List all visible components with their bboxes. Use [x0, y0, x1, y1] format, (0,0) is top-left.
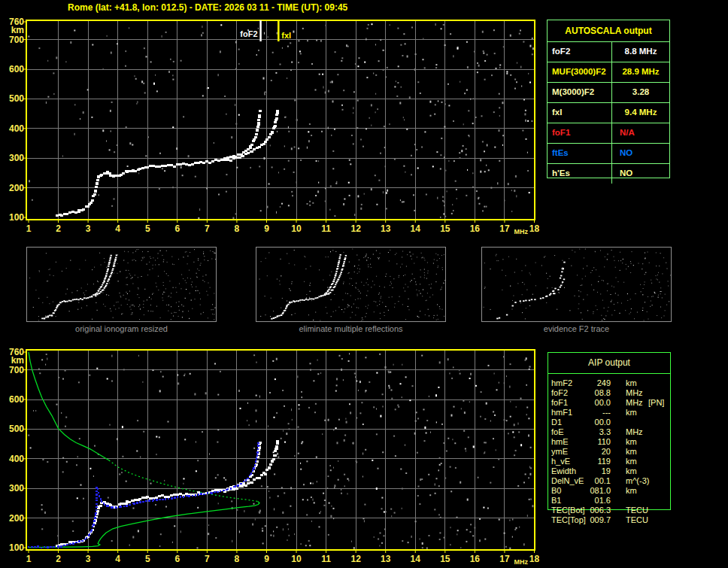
autoscala-row-fxi: fxI9.4 MHz	[548, 102, 669, 123]
parameter-unit: MHz	[626, 388, 643, 398]
svg-text:14: 14	[411, 223, 421, 234]
svg-text:400: 400	[9, 454, 24, 464]
plot-grid	[26, 350, 535, 550]
aip-row-fof2: foF208.8MHz	[548, 388, 671, 398]
parameter-name: B0	[551, 486, 561, 496]
svg-text:fxI: fxI	[281, 31, 291, 40]
parameter-label: M(3000)F2	[548, 83, 611, 102]
aip-table-title: AIP output	[548, 353, 670, 374]
parameter-value: 006.3	[566, 506, 611, 515]
svg-text:300: 300	[9, 153, 24, 163]
noise-layer	[28, 23, 534, 219]
parameter-value: 3.28	[611, 83, 669, 102]
parameter-unit: TECU	[626, 506, 648, 515]
parameter-unit: km	[626, 466, 637, 476]
svg-text:km: km	[11, 25, 24, 35]
svg-text:6: 6	[174, 554, 180, 564]
thumbnail-caption-no-reflections: eliminate multiple reflections	[256, 324, 446, 333]
autoscala-row-ftes: ftEsNO	[548, 143, 669, 163]
svg-text:200: 200	[9, 183, 24, 193]
parameter-value: 08.8	[566, 388, 611, 398]
parameter-note: [PN]	[648, 398, 664, 408]
parameter-label: foF2	[548, 42, 611, 62]
parameter-value: 20	[566, 447, 611, 457]
svg-text:5: 5	[145, 554, 150, 564]
ionogram-plot-bottom: 123456789101112131415161718MHz7607006005…	[0, 331, 545, 568]
svg-text:12: 12	[350, 554, 361, 564]
ionogram-trace	[56, 440, 280, 547]
parameter-value: 19	[566, 466, 611, 476]
autoscala-row-m3000f2: M(3000)F23.28	[548, 82, 669, 102]
svg-text:13: 13	[381, 554, 391, 564]
svg-text:7: 7	[205, 554, 210, 564]
svg-text:MHz: MHz	[514, 558, 528, 566]
thumbnail-no-reflections-image	[256, 247, 446, 322]
parameter-value: NO	[611, 144, 669, 163]
ionogram-plot-top: 123456789101112131415161718MHz7607006005…	[0, 0, 545, 242]
autoscala-row-fof2: foF28.8 MHz	[548, 42, 669, 62]
parameter-value: 9.4 MHz	[611, 103, 669, 123]
parameter-label: ftEs	[548, 144, 611, 163]
parameter-value: 8.8 MHz	[611, 42, 669, 62]
thumbnail-no-reflections	[256, 247, 446, 322]
parameter-value: 01.6	[566, 496, 611, 506]
plot-border	[26, 350, 535, 550]
aip-row-hme: hmE110km	[548, 437, 671, 447]
svg-text:18: 18	[529, 554, 540, 564]
svg-text:4: 4	[115, 223, 120, 234]
parameter-value: 00.0	[566, 418, 611, 427]
autoscala-table-rows: foF28.8 MHzMUF(3000)F228.9 MHzM(3000)F23…	[548, 42, 669, 184]
parameter-unit: km	[626, 437, 637, 447]
parameter-unit: km	[626, 486, 637, 496]
autoscala-table-title: AUTOSCALA output	[548, 20, 669, 42]
svg-text:MHz: MHz	[514, 228, 528, 235]
ionogram-trace	[56, 110, 280, 217]
autoscala-row-muf3000f2: MUF(3000)F228.9 MHz	[548, 62, 669, 82]
parameter-name: B1	[551, 496, 561, 506]
thumbnail-original-image	[26, 247, 217, 322]
aip-row-hmf1: hmF1---km	[548, 408, 671, 418]
svg-text:500: 500	[9, 93, 24, 104]
parameter-value: NO	[611, 164, 669, 184]
parameter-value: 3.3	[566, 427, 611, 437]
svg-text:13: 13	[381, 223, 391, 234]
parameter-label: foF1	[548, 123, 611, 143]
svg-text:3: 3	[86, 223, 91, 234]
plot-border	[26, 20, 535, 220]
aip-output-rows: hmF2249kmfoF208.8MHzfoF100.0MHz[PN]hmF1-…	[548, 378, 671, 525]
autoscala-row-hes: h'EsNO	[548, 163, 669, 184]
parameter-value: 00.1	[566, 476, 611, 486]
svg-text:100: 100	[9, 542, 24, 553]
svg-text:km: km	[11, 355, 24, 366]
svg-text:17: 17	[499, 223, 510, 234]
svg-text:1: 1	[26, 554, 32, 564]
svg-text:10: 10	[291, 223, 302, 234]
parameter-value: 00.0	[566, 398, 611, 408]
parameter-label: h'Es	[548, 164, 611, 184]
parameter-unit: MHz	[626, 398, 643, 408]
thumbnail-f2-trace-image	[481, 247, 672, 322]
parameter-unit: km	[626, 447, 637, 457]
aip-row-yme: ymE20km	[548, 447, 671, 457]
autoscala-output-table: AUTOSCALA output foF28.8 MHzMUF(3000)F22…	[547, 20, 670, 178]
svg-text:18: 18	[529, 223, 540, 234]
svg-text:foF2: foF2	[240, 29, 257, 38]
svg-text:5: 5	[145, 223, 150, 234]
svg-text:15: 15	[440, 554, 450, 564]
aip-row-tectop: TEC[Top]009.7TECU	[548, 515, 671, 525]
parameter-unit: km	[626, 378, 637, 388]
svg-text:1: 1	[26, 223, 32, 234]
parameter-unit: m^(-3)	[626, 476, 649, 486]
autoscala-row-fof1: foF1N/A	[548, 123, 669, 143]
aip-row-hve: h_vE119km	[548, 457, 671, 466]
thumbnail-f2-trace	[481, 247, 672, 322]
parameter-value: N/A	[611, 123, 669, 143]
aip-row-foe: foE3.3MHz	[548, 427, 671, 437]
svg-text:2: 2	[56, 554, 61, 564]
aip-row-hmf2: hmF2249km	[548, 378, 671, 388]
svg-text:400: 400	[9, 123, 24, 134]
thumbnail-original	[26, 247, 217, 322]
aip-row-tecbot: TEC[Bot]006.3TECU	[548, 506, 671, 515]
svg-text:100: 100	[9, 212, 24, 223]
svg-text:15: 15	[440, 223, 450, 234]
